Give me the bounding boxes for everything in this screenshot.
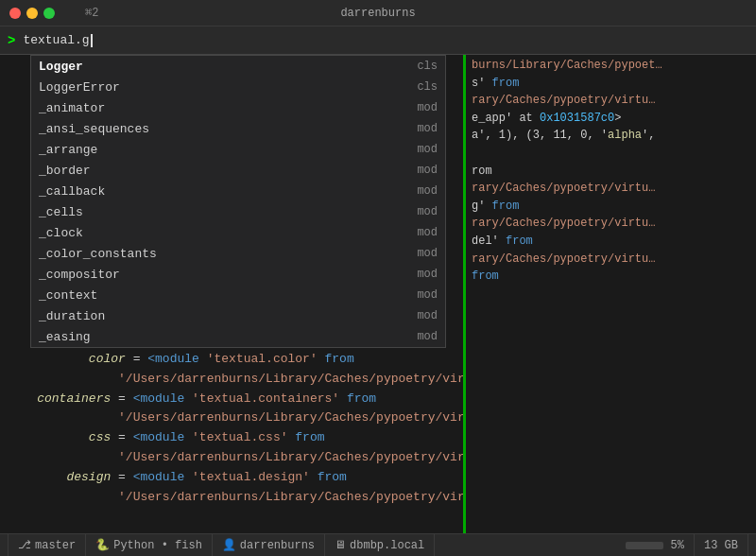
ac-item-callback[interactable]: _callback mod: [31, 181, 445, 201]
ac-name: _ansi_sequences: [39, 122, 404, 136]
code-line-design: design = <module 'textual.design' from: [8, 468, 455, 488]
percent-label: 5%: [671, 539, 684, 552]
prompt-arrow: >: [8, 33, 15, 48]
python-label: Python • fish: [113, 539, 202, 552]
ac-type: mod: [404, 184, 438, 198]
user-label: darrenburns: [240, 539, 315, 552]
autocomplete-dropdown[interactable]: Logger cls LoggerError cls _animator mod…: [30, 55, 446, 348]
var-color: color: [89, 352, 126, 366]
r-line-11: del' from: [472, 233, 750, 251]
ac-name: _callback: [39, 184, 404, 199]
r-line-2: s' from: [472, 75, 750, 93]
input-text: textual.g: [23, 33, 89, 47]
ac-name: _cells: [39, 205, 404, 219]
window-title: darrenburns: [340, 7, 415, 20]
cursor: [91, 34, 93, 47]
ac-name: _context: [39, 288, 404, 303]
ac-name: _duration: [39, 309, 404, 323]
maximize-button[interactable]: [43, 8, 55, 19]
ac-name: _compositor: [39, 268, 404, 282]
var-containers: containers: [37, 391, 111, 406]
ac-type: mod: [404, 164, 438, 177]
ac-item-easing[interactable]: _easing mod: [31, 326, 445, 347]
ac-type: mod: [404, 143, 438, 156]
ac-name: _easing: [39, 330, 404, 344]
r-line-3: rary/Caches/pypoetry/virtu…: [472, 92, 750, 110]
traffic-lights: [9, 8, 55, 19]
var-css: css: [89, 430, 111, 444]
main-content: > textual.g Logger cls LoggerError cls _…: [0, 26, 756, 533]
ac-type: mod: [404, 101, 438, 114]
r-line-6: [472, 145, 750, 163]
status-bar: ⎇ master 🐍 Python • fish 👤 darrenburns 🖥…: [0, 533, 756, 556]
ac-name: _animator: [39, 101, 404, 115]
ac-item-colorconstants[interactable]: _color_constants mod: [31, 243, 445, 264]
input-line[interactable]: > textual.g: [0, 26, 756, 55]
ac-item-ansi[interactable]: _ansi_sequences mod: [31, 118, 445, 139]
code-line-containers: containers = <module 'textual.containers…: [8, 390, 455, 409]
status-python[interactable]: 🐍 Python • fish: [86, 534, 213, 556]
user-icon: 👤: [222, 538, 236, 552]
code-line-design-path: '/Users/darrenburns/Library/Caches/pypoe…: [8, 488, 455, 508]
ac-type: mod: [404, 268, 438, 281]
ac-type: mod: [404, 330, 438, 343]
code-lines-bottom: color = <module 'textual.color' from '/U…: [8, 350, 455, 507]
ac-item-loggererror[interactable]: LoggerError cls: [31, 77, 445, 97]
code-line-css-path: '/Users/darrenburns/Library/Caches/pypoe…: [8, 448, 455, 468]
status-percent: 5%: [616, 534, 695, 556]
ac-name: _clock: [39, 226, 404, 240]
title-bar: ⌘2 darrenburns: [0, 0, 756, 26]
r-line-9: g' from: [472, 198, 750, 216]
ac-name: _border: [39, 164, 404, 178]
right-panel: burns/Library/Caches/pypoet… s' from rar…: [463, 55, 756, 533]
host-icon: 🖥: [335, 538, 346, 552]
ac-name: _color_constants: [39, 247, 404, 261]
ac-type: mod: [404, 288, 438, 302]
ac-type: mod: [404, 309, 438, 322]
ac-name: Logger: [39, 60, 404, 74]
storage-label: 13 GB: [704, 539, 738, 552]
ac-item-duration[interactable]: _duration mod: [31, 305, 445, 326]
ac-type: mod: [404, 205, 438, 218]
ac-item-logger[interactable]: Logger cls: [31, 56, 445, 77]
code-output: Logger cls LoggerError cls _animator mod…: [0, 55, 463, 533]
minimize-button[interactable]: [26, 8, 38, 19]
code-line-color-path: '/Users/darrenburns/Library/Caches/pypoe…: [8, 370, 455, 390]
ac-type: mod: [404, 226, 438, 239]
ac-item-clock[interactable]: _clock mod: [31, 222, 445, 243]
ac-name: LoggerError: [39, 80, 404, 95]
branch-name: master: [35, 539, 76, 552]
content-area: Logger cls LoggerError cls _animator mod…: [0, 55, 756, 533]
ac-type: cls: [404, 60, 438, 73]
ac-type: mod: [404, 247, 438, 260]
status-storage: 13 GB: [695, 534, 748, 556]
ac-item-animator[interactable]: _animator mod: [31, 97, 445, 118]
ac-type: cls: [404, 80, 438, 94]
code-line-css: css = <module 'textual.css' from: [8, 428, 455, 448]
python-icon: 🐍: [95, 538, 110, 552]
code-line-color: color = <module 'textual.color' from: [8, 350, 455, 370]
percent-bar: [626, 542, 663, 549]
ac-type: mod: [404, 122, 438, 135]
r-line-12: rary/Caches/pypoetry/virtu…: [472, 251, 750, 269]
r-line-1: burns/Library/Caches/pypoet…: [472, 57, 750, 75]
branch-icon: ⎇: [18, 538, 31, 552]
r-line-13: from: [472, 268, 750, 286]
r-line-8: rary/Caches/pypoetry/virtu…: [472, 180, 750, 198]
ac-item-context[interactable]: _context mod: [31, 285, 445, 305]
ac-name: _arrange: [39, 143, 404, 157]
r-line-10: rary/Caches/pypoetry/virtu…: [472, 215, 750, 233]
status-host[interactable]: 🖥 dbmbp.local: [325, 534, 435, 556]
status-branch[interactable]: ⎇ master: [8, 534, 86, 556]
r-line-5: a', 1), (3, 11, 0, 'alpha',: [472, 127, 750, 145]
status-user[interactable]: 👤 darrenburns: [213, 534, 325, 556]
ac-item-cells[interactable]: _cells mod: [31, 201, 445, 222]
r-line-4: e_app' at 0x1031587c0>: [472, 110, 750, 128]
ac-item-border[interactable]: _border mod: [31, 160, 445, 181]
ac-item-compositor[interactable]: _compositor mod: [31, 264, 445, 285]
var-design: design: [66, 470, 111, 484]
ac-item-arrange[interactable]: _arrange mod: [31, 139, 445, 160]
close-button[interactable]: [9, 8, 21, 19]
code-line-containers-path: '/Users/darrenburns/Library/Caches/pypoe…: [8, 408, 455, 428]
host-label: dbmbp.local: [350, 539, 424, 552]
